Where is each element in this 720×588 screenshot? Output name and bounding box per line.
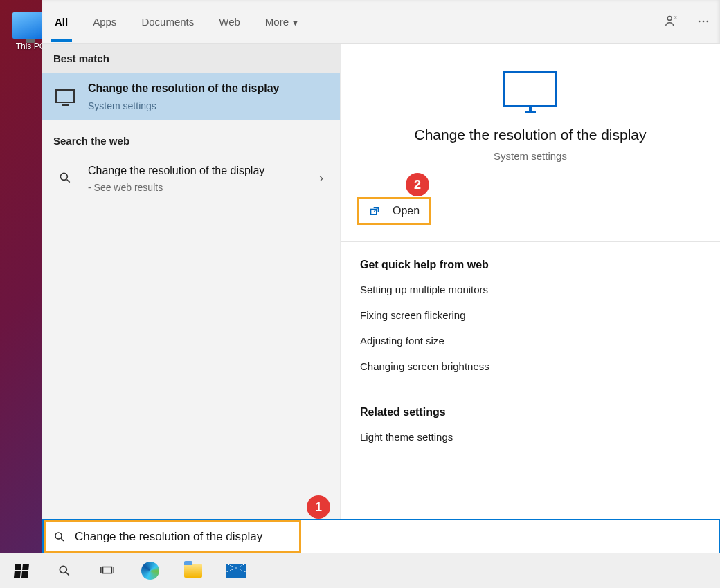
- result-preview-pane: Change the resolution of the display Sys…: [340, 44, 720, 552]
- related-link[interactable]: Light theme settings: [341, 424, 720, 450]
- annotation-badge-2: 2: [406, 173, 429, 196]
- start-button[interactable]: [0, 553, 43, 588]
- svg-point-7: [55, 533, 62, 539]
- web-result-subtitle: - See web results: [88, 182, 303, 193]
- quick-help-heading: Get quick help from web: [341, 242, 720, 277]
- results-list: Best match Change the resolution of the …: [42, 44, 340, 552]
- mail-icon: [226, 564, 246, 578]
- preview-subtitle: System settings: [352, 150, 709, 162]
- help-link[interactable]: Adjusting font size: [341, 328, 720, 353]
- taskbar-search-button[interactable]: [43, 553, 86, 588]
- svg-point-4: [60, 174, 67, 181]
- svg-point-9: [60, 566, 66, 573]
- best-match-result[interactable]: Change the resolution of the display Sys…: [42, 73, 340, 120]
- annotation-badge-1: 1: [307, 495, 330, 519]
- svg-point-3: [707, 21, 709, 23]
- help-link[interactable]: Changing screen brightness: [341, 353, 720, 379]
- open-label: Open: [393, 205, 420, 217]
- monitor-icon: [55, 88, 75, 104]
- search-input[interactable]: [73, 529, 299, 544]
- taskbar-app-mail[interactable]: [215, 553, 258, 588]
- tab-apps[interactable]: Apps: [93, 2, 116, 42]
- web-result[interactable]: Change the resolution of the display - S…: [42, 155, 340, 202]
- svg-point-0: [667, 16, 672, 20]
- taskbar: [0, 553, 720, 588]
- svg-line-5: [67, 180, 70, 183]
- chevron-right-icon: ›: [315, 171, 327, 185]
- svg-line-10: [66, 573, 69, 576]
- result-subtitle: System settings: [88, 100, 327, 111]
- tab-documents[interactable]: Documents: [141, 2, 194, 42]
- result-title: Change the resolution of the display: [88, 81, 327, 96]
- open-icon: [369, 205, 380, 217]
- taskbar-app-explorer[interactable]: [172, 553, 215, 588]
- tab-more[interactable]: More▼: [265, 2, 299, 42]
- monitor-icon: [503, 71, 557, 107]
- tab-web[interactable]: Web: [219, 2, 240, 42]
- web-result-title: Change the resolution of the display: [88, 163, 303, 178]
- edge-icon: [141, 562, 159, 580]
- svg-line-8: [61, 538, 64, 541]
- open-button[interactable]: Open: [357, 197, 431, 225]
- search-icon: [46, 531, 73, 543]
- account-icon[interactable]: [663, 14, 678, 29]
- section-best-match: Best match: [42, 44, 340, 73]
- svg-rect-11: [103, 567, 112, 573]
- tab-all[interactable]: All: [55, 2, 68, 42]
- section-search-web: Search the web: [42, 120, 340, 155]
- svg-point-2: [703, 21, 705, 23]
- more-options-icon[interactable]: [696, 15, 710, 28]
- search-icon: [55, 169, 75, 186]
- svg-point-1: [699, 21, 701, 23]
- search-scope-tabs: All Apps Documents Web More▼: [42, 0, 720, 44]
- help-link[interactable]: Setting up multiple monitors: [341, 277, 720, 302]
- search-results-panel: All Apps Documents Web More▼ Best match …: [42, 0, 720, 552]
- chevron-down-icon: ▼: [291, 19, 299, 27]
- folder-icon: [184, 564, 202, 578]
- related-settings-heading: Related settings: [341, 389, 720, 424]
- preview-title: Change the resolution of the display: [352, 127, 709, 143]
- help-link[interactable]: Fixing screen flickering: [341, 302, 720, 328]
- task-view-button[interactable]: [86, 553, 129, 588]
- search-bar[interactable]: 1: [42, 519, 720, 555]
- taskbar-app-edge[interactable]: [129, 553, 172, 588]
- windows-icon: [14, 564, 29, 578]
